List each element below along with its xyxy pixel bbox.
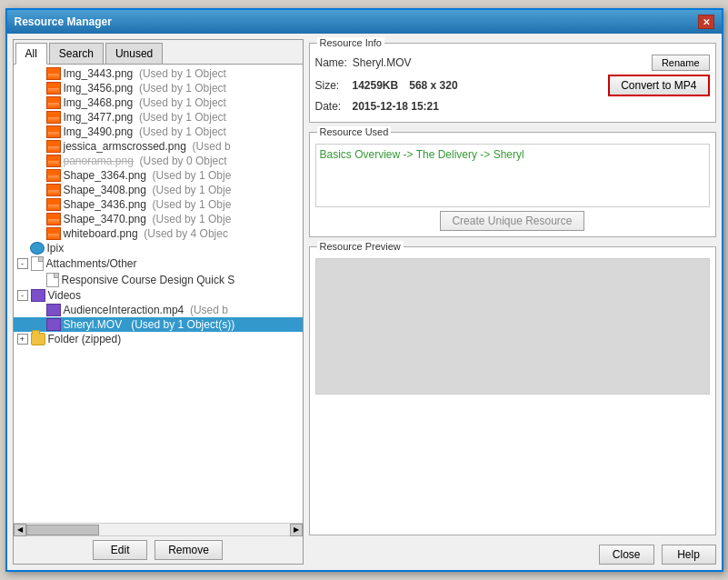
scroll-right-button[interactable]: ▶	[290, 524, 303, 536]
left-panel: All Search Unused Img_3443.png (Used by …	[13, 39, 304, 565]
video-icon	[46, 318, 61, 331]
item-text: jessica_armscrossed.png (Used b	[64, 140, 231, 153]
list-item-sheryl[interactable]: Sheryl.MOV (Used by 1 Object(s))	[14, 317, 303, 332]
create-unique-button[interactable]: Create Unique Resource	[440, 211, 583, 231]
horizontal-scrollbar[interactable]: ◀ ▶	[14, 523, 303, 535]
item-text: Folder (zipped)	[48, 333, 122, 345]
image-icon	[46, 111, 61, 124]
list-item[interactable]: panorama.png (Used by 0 Object	[14, 154, 303, 168]
image-icon	[46, 184, 61, 196]
window-title: Resource Manager	[15, 15, 112, 28]
expander-icon[interactable]: -	[17, 258, 28, 269]
date-row: Date: 2015-12-18 15:21	[315, 100, 710, 113]
resource-info-section: Resource Info Name: Sheryl.MOV Rename Si…	[309, 43, 716, 123]
list-item[interactable]: Img_3490.png (Used by 1 Object	[14, 125, 303, 139]
list-item-audience[interactable]: AudienceInteraction.mp4 (Used b	[14, 303, 303, 317]
list-item[interactable]: Img_3468.png (Used by 1 Object	[14, 95, 303, 110]
list-item-folder-zipped[interactable]: + Folder (zipped)	[14, 332, 303, 346]
image-icon	[46, 169, 61, 182]
ipix-icon	[30, 242, 45, 255]
main-content: All Search Unused Img_3443.png (Used by …	[7, 34, 722, 570]
resource-manager-window: Resource Manager ✕ All Search Unused Img…	[5, 8, 723, 572]
scroll-left-button[interactable]: ◀	[14, 524, 26, 536]
item-text: Img_3490.png (Used by 1 Object	[64, 125, 226, 138]
tab-unused[interactable]: Unused	[105, 43, 163, 64]
video-icon	[46, 304, 61, 316]
list-item[interactable]: Shape_3436.png (Used by 1 Obje	[14, 197, 303, 212]
list-item[interactable]: jessica_armscrossed.png (Used b	[14, 139, 303, 154]
date-label: Date:	[315, 100, 347, 113]
item-text: AudienceInteraction.mp4 (Used b	[64, 304, 228, 316]
video-folder-icon	[31, 289, 45, 302]
item-text: Img_3456.png (Used by 1 Object	[64, 82, 226, 95]
right-panel: Resource Info Name: Sheryl.MOV Rename Si…	[309, 39, 716, 565]
resource-info-label: Resource Info	[317, 37, 384, 48]
list-item-ipix[interactable]: Ipix	[14, 241, 303, 255]
size-label: Size:	[315, 79, 347, 92]
list-item[interactable]: Img_3477.png (Used by 1 Object	[14, 110, 303, 125]
preview-area	[315, 258, 710, 395]
list-item-responsive[interactable]: Responsive Course Design Quick S	[14, 272, 303, 288]
help-button[interactable]: Help	[662, 545, 716, 565]
item-text: Shape_3364.png (Used by 1 Obje	[64, 169, 232, 182]
expander-icon[interactable]: +	[17, 334, 28, 345]
edit-button[interactable]: Edit	[93, 540, 147, 560]
doc-icon	[46, 273, 59, 287]
size-row: Size: 14259KB 568 x 320 Convert to MP4	[315, 75, 710, 96]
list-item-attachments[interactable]: - Attachments/Other	[14, 255, 303, 272]
resource-tree[interactable]: Img_3443.png (Used by 1 Object Img_3456.…	[14, 65, 303, 523]
resource-preview-label: Resource Preview	[317, 241, 404, 252]
list-item-videos[interactable]: - Videos	[14, 288, 303, 303]
image-icon	[46, 96, 61, 109]
image-icon	[46, 67, 61, 80]
dialog-close-button[interactable]: Close	[599, 545, 654, 565]
list-item[interactable]: Shape_3470.png (Used by 1 Obje	[14, 212, 303, 226]
date-value: 2015-12-18 15:21	[353, 100, 439, 113]
image-icon	[46, 140, 61, 153]
list-item[interactable]: Img_3443.png (Used by 1 Object	[14, 66, 303, 81]
resource-used-section: Resource Used Basics Overview -> The Del…	[309, 132, 716, 237]
doc-icon	[31, 256, 44, 271]
tab-search[interactable]: Search	[49, 43, 104, 64]
name-label: Name:	[315, 56, 347, 69]
dialog-bottom-bar: Close Help	[309, 541, 716, 565]
resource-used-label: Resource Used	[317, 126, 392, 137]
image-icon	[46, 82, 61, 95]
name-row: Name: Sheryl.MOV Rename	[315, 55, 710, 71]
tab-bar: All Search Unused	[14, 40, 303, 65]
list-item[interactable]: Shape_3408.png (Used by 1 Obje	[14, 183, 303, 197]
item-text: Ipix	[47, 242, 65, 255]
item-text: Img_3443.png (Used by 1 Object	[64, 67, 226, 80]
item-text: Img_3477.png (Used by 1 Object	[64, 111, 226, 124]
image-icon	[46, 198, 61, 211]
item-text: Shape_3408.png (Used by 1 Obje	[64, 184, 232, 196]
item-text: Responsive Course Design Quick S	[62, 274, 235, 286]
dimensions-value: 568 x 320	[409, 79, 457, 92]
item-text: whiteboard.png (Used by 4 Objec	[64, 227, 228, 240]
item-text: Videos	[48, 289, 81, 302]
image-icon	[46, 227, 61, 240]
resource-preview-section: Resource Preview	[309, 246, 716, 535]
item-text: Shape_3470.png (Used by 1 Obje	[64, 213, 232, 225]
resource-path-text: Basics Overview -> The Delivery -> Shery…	[320, 148, 524, 161]
resource-used-box: Basics Overview -> The Delivery -> Shery…	[315, 144, 710, 207]
image-icon	[46, 155, 61, 167]
rename-button[interactable]: Rename	[652, 55, 710, 71]
scroll-thumb[interactable]	[26, 525, 99, 535]
tab-all[interactable]: All	[15, 43, 47, 65]
item-text: panorama.png (Used by 0 Object	[64, 155, 227, 167]
list-item[interactable]: whiteboard.png (Used by 4 Objec	[14, 226, 303, 241]
convert-to-mp4-button[interactable]: Convert to MP4	[608, 75, 709, 96]
image-icon	[46, 125, 61, 138]
close-window-button[interactable]: ✕	[698, 15, 714, 29]
list-item[interactable]: Shape_3364.png (Used by 1 Obje	[14, 168, 303, 183]
remove-button[interactable]: Remove	[155, 540, 223, 560]
item-text: Shape_3436.png (Used by 1 Obje	[64, 198, 232, 211]
tree-bottom-bar: Edit Remove	[14, 535, 303, 564]
expander-icon[interactable]: -	[17, 290, 28, 301]
item-text: Sheryl.MOV (Used by 1 Object(s))	[64, 318, 235, 331]
list-item[interactable]: Img_3456.png (Used by 1 Object	[14, 81, 303, 95]
item-text: Img_3468.png (Used by 1 Object	[64, 96, 226, 109]
name-value: Sheryl.MOV	[353, 56, 412, 69]
image-icon	[46, 213, 61, 225]
